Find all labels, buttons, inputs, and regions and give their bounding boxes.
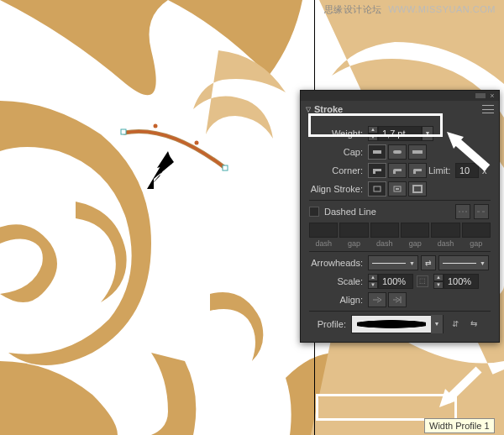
- corner-bevel-button[interactable]: [408, 163, 427, 178]
- cap-butt-button[interactable]: [368, 144, 386, 160]
- svg-rect-11: [413, 186, 422, 192]
- weight-up-button[interactable]: ▲: [368, 126, 378, 134]
- align-outside-button[interactable]: [408, 181, 427, 197]
- collapse-icon[interactable]: [475, 93, 486, 98]
- panel-title: Stroke: [314, 104, 482, 114]
- align-stroke-row: Align Stroke:: [309, 181, 491, 197]
- scale-end-field[interactable]: [444, 274, 479, 289]
- weight-field[interactable]: [378, 126, 422, 141]
- dashed-line-row: Dashed Line: [309, 204, 491, 219]
- dash-field-1[interactable]: [309, 223, 338, 238]
- flip-across-icon[interactable]: ⇆: [467, 317, 480, 331]
- align-arrow-label: Align:: [309, 295, 368, 305]
- dash-preserve-button[interactable]: [455, 204, 470, 219]
- cap-label: Cap:: [309, 147, 368, 157]
- watermark-en: WWW.MISSYUAN.COM: [388, 4, 496, 14]
- align-end-button[interactable]: [388, 292, 407, 307]
- align-arrow-row: Align:: [309, 292, 491, 307]
- close-icon[interactable]: ×: [489, 92, 496, 99]
- dashed-line-label: Dashed Line: [324, 207, 376, 217]
- panel-menu-icon[interactable]: [482, 105, 494, 113]
- arrowhead-start-dropdown[interactable]: ▼: [368, 255, 418, 270]
- profile-label: Profile:: [309, 319, 351, 329]
- gap-field-3[interactable]: [462, 223, 491, 238]
- dashed-line-checkbox[interactable]: [309, 207, 319, 217]
- weight-dropdown[interactable]: ▼: [422, 126, 433, 141]
- svg-rect-5: [373, 150, 381, 154]
- svg-point-3: [195, 141, 199, 145]
- svg-rect-7: [412, 150, 423, 154]
- align-tip-button[interactable]: [368, 292, 386, 307]
- panel-topbar: ×: [301, 91, 499, 101]
- cap-projecting-button[interactable]: [408, 144, 427, 160]
- gap-field-2[interactable]: [401, 223, 429, 238]
- corner-round-button[interactable]: [388, 163, 407, 178]
- dash-field-3[interactable]: [431, 223, 459, 238]
- annotation-arrow-profile: [437, 365, 487, 411]
- scale-link-icon[interactable]: ⬚: [417, 275, 428, 287]
- svg-rect-10: [396, 188, 399, 190]
- disclosure-triangle-icon: ▽: [306, 106, 311, 113]
- align-stroke-label: Align Stroke:: [309, 184, 368, 194]
- annotation-arrow-weight: [445, 130, 496, 172]
- watermark-cn: 思缘设计论坛: [324, 4, 382, 14]
- width-profile-1-icon: [357, 320, 426, 328]
- arrowheads-label: Arrowheads:: [309, 258, 368, 268]
- cap-round-button[interactable]: [388, 144, 407, 160]
- scale-row: Scale: ▲▼ ⬚ ▲▼: [309, 274, 491, 289]
- panel-header[interactable]: ▽ Stroke: [301, 101, 499, 118]
- dash-slots: dash gap dash gap dash gap: [309, 223, 491, 248]
- scale-label: Scale:: [309, 276, 368, 286]
- svg-point-2: [154, 124, 158, 128]
- svg-rect-6: [393, 150, 402, 154]
- tooltip: Width Profile 1: [424, 418, 495, 433]
- svg-rect-8: [374, 186, 381, 191]
- dash-field-2[interactable]: [370, 223, 399, 238]
- svg-rect-1: [223, 165, 228, 170]
- align-center-button[interactable]: [368, 181, 386, 197]
- flip-along-icon[interactable]: ⇵: [449, 317, 462, 331]
- align-inside-button[interactable]: [388, 181, 407, 197]
- scale-start-stepper[interactable]: ▲▼: [368, 274, 413, 289]
- annotation-arrow-stroke: [139, 147, 189, 197]
- scale-start-field[interactable]: [378, 274, 413, 289]
- weight-label: Weight:: [309, 128, 368, 139]
- profile-row: Profile: ▼ ⇵ ⇆: [309, 315, 491, 333]
- profile-dropdown[interactable]: ▼: [351, 315, 444, 333]
- arrowhead-end-dropdown[interactable]: ▼: [438, 255, 489, 270]
- weight-down-button[interactable]: ▼: [368, 134, 378, 141]
- dash-align-button[interactable]: [474, 204, 489, 219]
- corner-miter-button[interactable]: [368, 163, 386, 178]
- arrowheads-row: Arrowheads: ▼ ⇄ ▼: [309, 255, 491, 270]
- svg-rect-0: [121, 129, 126, 134]
- scale-end-stepper[interactable]: ▲▼: [433, 274, 479, 289]
- corner-label: Corner:: [309, 165, 368, 176]
- arrowhead-swap-button[interactable]: ⇄: [421, 255, 436, 270]
- weight-stepper[interactable]: ▲ ▼ ▼: [368, 126, 433, 141]
- gap-field-1[interactable]: [339, 223, 368, 238]
- svg-marker-4: [157, 151, 172, 168]
- watermark: 思缘设计论坛 WWW.MISSYUAN.COM: [324, 3, 496, 16]
- stroke-panel: × ▽ Stroke Weight: ▲ ▼ ▼ Cap: Corner:: [300, 90, 500, 343]
